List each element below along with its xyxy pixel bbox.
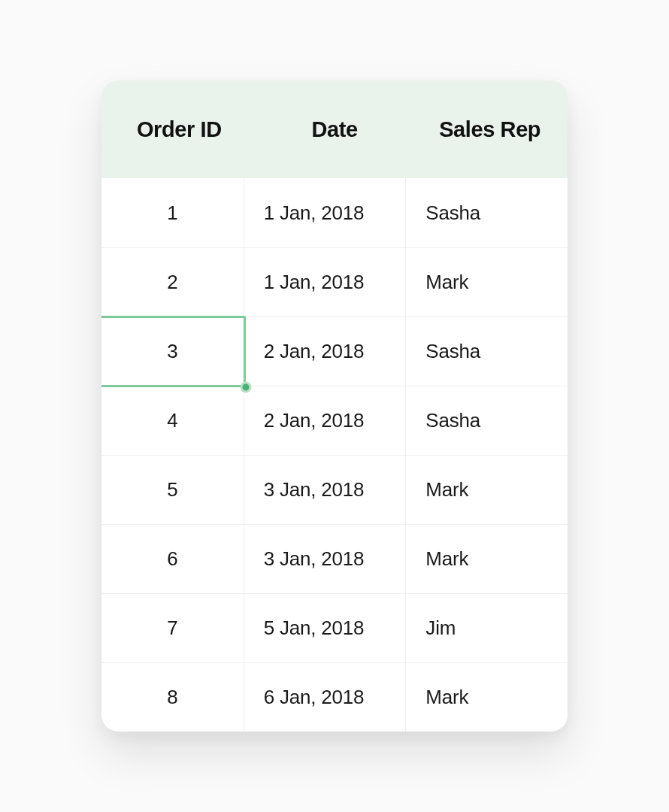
cell-order-id[interactable]: 6 [101,525,244,593]
cell-order-id[interactable]: 7 [101,594,244,662]
cell-sales-rep[interactable]: Sasha [405,317,568,386]
table-row: 32 Jan, 2018Sasha [101,317,568,386]
cell-sales-rep[interactable]: Mark [405,663,568,732]
cell-date[interactable]: 3 Jan, 2018 [244,525,406,593]
table-row: 42 Jan, 2018Sasha [101,386,568,455]
table-row: 53 Jan, 2018Mark [101,455,568,524]
table-row: 11 Jan, 2018Sasha [101,178,568,247]
cell-order-id[interactable]: 4 [101,386,244,455]
cell-selection-fill-handle[interactable] [240,382,251,393]
cell-date[interactable]: 5 Jan, 2018 [244,594,406,662]
cell-date[interactable]: 1 Jan, 2018 [244,248,406,317]
cell-sales-rep[interactable]: Sasha [405,386,568,455]
table-body: 11 Jan, 2018Sasha21 Jan, 2018Mark32 Jan,… [101,178,568,732]
table-header-row: Order ID Date Sales Rep [101,80,568,178]
cell-sales-rep[interactable]: Sasha [405,178,568,247]
table-row: 86 Jan, 2018Mark [101,662,568,732]
cell-sales-rep[interactable]: Mark [405,248,568,317]
cell-date[interactable]: 2 Jan, 2018 [244,386,406,455]
cell-date[interactable]: 6 Jan, 2018 [244,663,406,732]
cell-order-id[interactable]: 5 [101,456,244,524]
cell-order-id[interactable]: 3 [101,317,244,386]
cell-order-id[interactable]: 1 [101,178,244,247]
cell-date[interactable]: 2 Jan, 2018 [244,317,406,386]
table-row: 21 Jan, 2018Mark [101,247,568,317]
table-row: 63 Jan, 2018Mark [101,524,568,593]
column-header-sales-rep[interactable]: Sales Rep [412,117,568,142]
cell-sales-rep[interactable]: Jim [405,594,568,662]
cell-date[interactable]: 1 Jan, 2018 [244,178,406,247]
cell-order-id[interactable]: 2 [101,248,244,317]
cell-sales-rep[interactable]: Mark [405,525,568,593]
table-row: 75 Jan, 2018Jim [101,593,568,662]
cell-date[interactable]: 3 Jan, 2018 [244,456,406,524]
column-header-order-id[interactable]: Order ID [101,117,257,142]
cell-sales-rep[interactable]: Mark [405,456,568,524]
data-table-card: Order ID Date Sales Rep 11 Jan, 2018Sash… [101,80,568,732]
cell-order-id[interactable]: 8 [101,663,244,732]
column-header-date[interactable]: Date [257,117,413,142]
